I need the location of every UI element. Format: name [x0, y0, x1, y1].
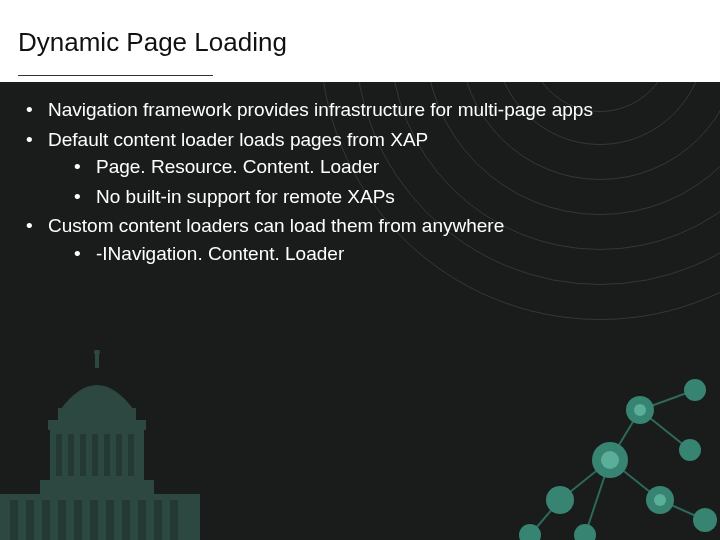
svg-rect-12	[0, 494, 200, 540]
bullet-text: Page. Resource. Content. Loader	[96, 156, 379, 177]
svg-rect-13	[10, 500, 18, 540]
svg-rect-15	[42, 500, 50, 540]
title-underline	[18, 75, 213, 77]
svg-line-25	[610, 460, 660, 500]
svg-rect-21	[138, 500, 146, 540]
slide-title: Dynamic Page Loading	[0, 25, 287, 58]
svg-rect-22	[154, 500, 162, 540]
svg-rect-10	[128, 434, 134, 476]
svg-rect-14	[26, 500, 34, 540]
svg-rect-16	[58, 500, 66, 540]
svg-point-35	[626, 396, 654, 424]
list-item: Navigation framework provides infrastruc…	[18, 96, 702, 124]
bullet-list: Navigation framework provides infrastruc…	[18, 96, 702, 267]
list-item: Custom content loaders can load them fro…	[18, 212, 702, 267]
svg-rect-19	[106, 500, 114, 540]
svg-point-40	[574, 524, 596, 540]
svg-line-26	[610, 410, 640, 460]
svg-point-1	[94, 350, 100, 355]
svg-point-33	[592, 442, 628, 478]
svg-line-30	[530, 500, 560, 535]
svg-rect-6	[80, 434, 86, 476]
svg-rect-0	[95, 350, 99, 368]
bullet-text: -INavigation. Content. Loader	[96, 243, 344, 264]
bullet-text: Custom content loaders can load them fro…	[48, 215, 504, 236]
svg-point-42	[634, 404, 646, 416]
list-item: Default content loader loads pages from …	[18, 126, 702, 211]
svg-point-34	[646, 486, 674, 514]
slide: Dynamic Page Loading Navigation framewor…	[0, 0, 720, 540]
svg-rect-18	[90, 500, 98, 540]
slide-body: Navigation framework provides infrastruc…	[0, 82, 720, 267]
molecule-pattern-icon	[490, 350, 720, 540]
svg-line-24	[560, 460, 610, 500]
svg-point-38	[693, 508, 717, 532]
svg-line-27	[640, 390, 695, 410]
svg-rect-23	[170, 500, 178, 540]
list-item: Page. Resource. Content. Loader	[66, 153, 702, 181]
bullet-text: No built-in support for remote XAPs	[96, 186, 395, 207]
svg-point-41	[601, 451, 619, 469]
svg-rect-4	[56, 434, 62, 476]
header-band: Dynamic Page Loading	[0, 0, 720, 82]
svg-rect-7	[92, 434, 98, 476]
svg-line-29	[660, 500, 705, 520]
capitol-silhouette-icon	[0, 350, 210, 540]
svg-point-43	[654, 494, 666, 506]
svg-point-39	[519, 524, 541, 540]
svg-point-37	[679, 439, 701, 461]
svg-rect-17	[74, 500, 82, 540]
svg-rect-3	[50, 430, 144, 480]
svg-line-31	[585, 460, 610, 535]
svg-line-28	[640, 410, 690, 450]
list-item: -INavigation. Content. Loader	[66, 240, 702, 268]
svg-rect-11	[40, 480, 154, 494]
svg-rect-2	[58, 408, 136, 420]
bullet-text: Navigation framework provides infrastruc…	[48, 99, 593, 120]
svg-rect-5	[68, 434, 74, 476]
svg-point-36	[684, 379, 706, 401]
bullet-text: Default content loader loads pages from …	[48, 129, 428, 150]
svg-rect-8	[104, 434, 110, 476]
svg-point-32	[546, 486, 574, 514]
svg-rect-20	[122, 500, 130, 540]
list-item: No built-in support for remote XAPs	[66, 183, 702, 211]
svg-rect-9	[116, 434, 122, 476]
